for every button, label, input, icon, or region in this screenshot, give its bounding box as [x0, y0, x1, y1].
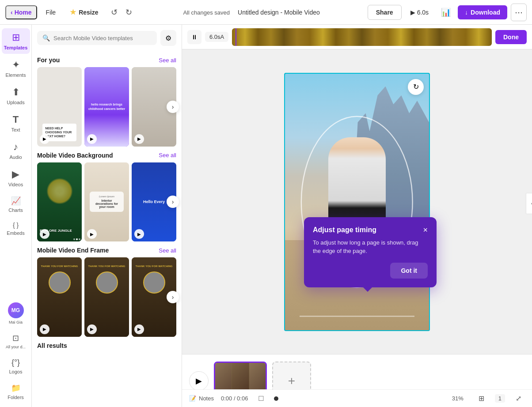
template-card[interactable]: NEED HELP CHOOSING YOUR NEXT HOME? ▶: [37, 67, 82, 147]
pause-button[interactable]: ⏸: [187, 30, 201, 44]
chevron-left-icon: ‹: [11, 9, 13, 16]
device-view-button[interactable]: □: [255, 392, 267, 405]
next-arrow-mobile-bg[interactable]: ›: [167, 196, 179, 208]
sidebar-item-label: Elements: [6, 72, 26, 78]
timeline-strip[interactable]: [232, 28, 492, 46]
sidebar-item-label: Folders: [8, 395, 24, 400]
sidebar-item-templates[interactable]: ⊞ Templates: [2, 28, 30, 54]
fullscreen-button[interactable]: ⤢: [512, 392, 525, 404]
see-all-end-frame[interactable]: See all: [159, 247, 176, 254]
text-icon: T: [13, 114, 19, 125]
sidebar-item-folders[interactable]: 📁 Folders: [2, 380, 30, 403]
template-card[interactable]: EXPLORE JUNGLE ▶: [37, 162, 82, 242]
play-overlay: ▶: [87, 324, 97, 334]
sidebar-item-audio[interactable]: ♪ Audio: [2, 138, 30, 163]
resize-label: Resize: [79, 9, 98, 16]
templates-panel: 🔍 ⚙ For you See all NEED HELP: [32, 25, 182, 407]
sidebar-item-charts[interactable]: 📈 Charts: [2, 192, 30, 216]
tooltip-header: Adjust page timing ×: [313, 226, 428, 234]
download-icon: ↓: [465, 9, 468, 16]
template-card[interactable]: hello research brings childhood cancers …: [84, 67, 129, 147]
template-card[interactable]: THANK YOU FOR WATCHING ▶: [84, 257, 129, 337]
play-overlay: ▶: [134, 229, 144, 239]
sidebar-item-label: Videos: [8, 182, 23, 187]
sidebar-item-uploads[interactable]: ⬆ Uploads: [2, 83, 30, 109]
bottom-toolbar: 📝 Notes 0:00 / 0:06 □ 31% ⊞ 1 ⤢: [182, 389, 532, 407]
stats-button[interactable]: 📊: [437, 4, 454, 21]
expand-icon: ⤢: [516, 395, 521, 402]
adjust-timing-tooltip: Adjust page timing × To adjust how long …: [304, 217, 437, 287]
template-card[interactable]: THANK YOU FOR WATCHING ▶: [37, 257, 82, 337]
mobile-bg-section-header: Mobile Video Background See all: [37, 152, 176, 159]
playback-button[interactable]: ▶: [189, 371, 209, 391]
play-overlay: ▶: [40, 134, 49, 144]
stats-icon: 📊: [441, 8, 451, 17]
tooltip-close-button[interactable]: ×: [423, 226, 428, 234]
undo-button[interactable]: ↺: [107, 5, 121, 20]
sidebar-item-elements[interactable]: ✦ Elements: [2, 56, 30, 81]
next-arrow-for-you[interactable]: ›: [167, 101, 179, 113]
templates-icon: ⊞: [12, 32, 20, 43]
sidebar-item-text[interactable]: T Text: [2, 110, 30, 136]
see-all-mobile-bg[interactable]: See all: [159, 152, 176, 158]
sidebar-item-all-designs[interactable]: ⊡ All your d...: [2, 330, 30, 353]
search-input[interactable]: [53, 35, 152, 41]
record-indicator: [274, 396, 278, 401]
sidebar-item-user[interactable]: MG Mai Gia: [2, 299, 30, 328]
filter-icon: ⚙: [165, 34, 171, 42]
file-button[interactable]: File: [41, 6, 61, 19]
home-button[interactable]: ‹ Home: [5, 5, 37, 19]
canvas-area: ⏸ 6.0sA Done: [182, 25, 532, 407]
refresh-button[interactable]: ↻: [408, 79, 424, 95]
star-icon: ★: [70, 8, 76, 16]
sidebar-item-label: Text: [11, 127, 20, 132]
more-options-button[interactable]: ⋯: [511, 4, 527, 21]
sidebar-item-videos[interactable]: ▶ Videos: [2, 165, 30, 191]
play-duration: 6.0s: [417, 9, 429, 16]
sidebar-item-logos[interactable]: {°} Logos: [2, 354, 30, 378]
time-indicator: 0:00 / 0:06: [221, 395, 248, 402]
logos-icon: {°}: [11, 358, 20, 367]
zoom-level[interactable]: 31%: [448, 393, 468, 403]
undo-redo-group: ↺ ↻: [107, 5, 136, 20]
redo-button[interactable]: ↻: [122, 5, 136, 20]
see-all-for-you[interactable]: See all: [159, 57, 176, 64]
for-you-grid-container: NEED HELP CHOOSING YOUR NEXT HOME? ▶ hel…: [37, 67, 176, 147]
canvas-frame: ↻: [284, 73, 430, 331]
template-card[interactable]: Lorem Ipsum Interior decorations for you…: [84, 162, 129, 242]
play-icon: ▶: [196, 376, 202, 386]
notes-button[interactable]: 📝 Notes: [189, 395, 214, 402]
canvas-viewport[interactable]: ↻ Adjust page timing × To adjust how lon…: [182, 49, 532, 354]
sidebar-item-label: Embeds: [7, 230, 24, 236]
main-content: ⊞ Templates ✦ Elements ⬆ Uploads T Text …: [0, 25, 532, 407]
sidebar-item-embeds[interactable]: { } Embeds: [2, 218, 30, 239]
next-arrow-end-frame[interactable]: ›: [167, 291, 179, 303]
avatar: MG: [8, 302, 24, 318]
play-icon: ▶: [410, 9, 415, 16]
preview-play-button[interactable]: ▶ 6.0s: [405, 5, 434, 19]
filter-button[interactable]: ⚙: [160, 30, 176, 46]
uploads-icon: ⬆: [12, 87, 20, 98]
done-button[interactable]: Done: [495, 30, 527, 44]
pause-icon: ⏸: [191, 34, 198, 41]
for-you-section-header: For you See all: [37, 57, 176, 64]
video-content: [285, 74, 429, 330]
all-results-header: All results: [37, 342, 176, 349]
end-frame-grid: THANK YOU FOR WATCHING ▶ THANK YOU FOR W…: [37, 257, 176, 337]
sidebar-item-label: Uploads: [7, 100, 24, 105]
sidebar-item-label: Audio: [9, 155, 22, 160]
section-title: Mobile Video End Frame: [37, 247, 109, 254]
play-overlay: ▶: [87, 134, 97, 144]
resize-button[interactable]: ★ Resize: [65, 5, 103, 19]
embeds-icon: { }: [13, 222, 19, 229]
play-overlay: ▶: [134, 324, 144, 334]
play-overlay: ▶: [40, 229, 49, 239]
share-button[interactable]: Share: [368, 5, 402, 20]
got-it-button[interactable]: Got it: [390, 263, 428, 279]
download-button[interactable]: ↓ Download: [458, 5, 507, 19]
timeline-frames: [232, 28, 492, 46]
play-overlay: ▶: [87, 229, 97, 239]
end-frame-section-header: Mobile Video End Frame See all: [37, 247, 176, 254]
view-toggle-button[interactable]: ⊞: [475, 392, 488, 404]
all-designs-icon: ⊡: [12, 333, 19, 343]
